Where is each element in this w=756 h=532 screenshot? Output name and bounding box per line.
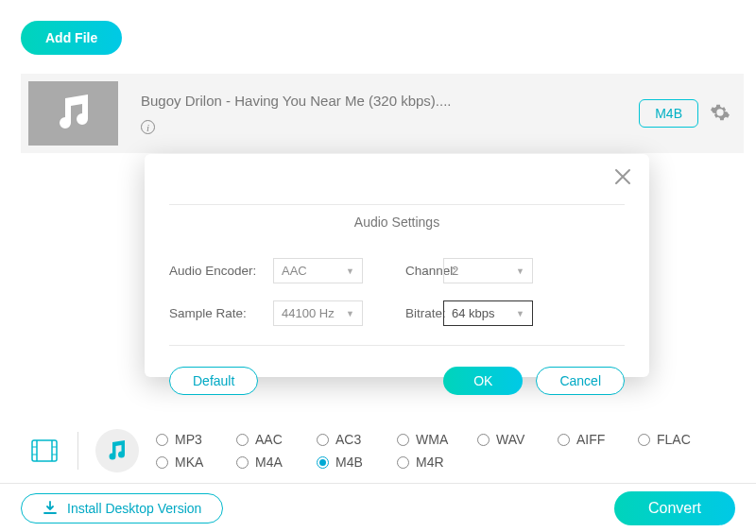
format-option-m4a[interactable]: M4A [236, 455, 317, 470]
format-label: MP3 [175, 432, 202, 447]
ok-button[interactable]: OK [443, 367, 523, 395]
audio-category-icon[interactable] [95, 429, 139, 472]
close-icon[interactable] [613, 167, 632, 189]
radio-icon [236, 434, 249, 446]
format-label: AC3 [335, 432, 361, 447]
channel-label: Channel: [405, 264, 432, 278]
format-label: MKA [175, 455, 203, 470]
install-desktop-button[interactable]: Install Desktop Version [21, 493, 223, 523]
format-option-flac[interactable]: FLAC [638, 432, 718, 447]
encoder-label: Audio Encoder: [169, 264, 273, 278]
info-icon[interactable]: i [141, 120, 155, 134]
encoder-dropdown[interactable]: AAC▼ [273, 258, 363, 283]
video-category-icon[interactable] [28, 435, 60, 467]
format-option-aiff[interactable]: AIFF [558, 432, 638, 447]
modal-title: Audio Settings [347, 215, 447, 230]
install-label: Install Desktop Version [67, 501, 201, 516]
format-label: M4B [335, 455, 363, 470]
file-info: Bugoy Drilon - Having You Near Me (320 k… [141, 93, 639, 134]
default-button[interactable]: Default [169, 367, 258, 395]
radio-icon [397, 456, 409, 469]
format-label: M4A [255, 455, 283, 470]
convert-button[interactable]: Convert [614, 491, 735, 525]
radio-icon [397, 434, 409, 446]
chevron-down-icon: ▼ [516, 309, 524, 318]
chevron-down-icon: ▼ [516, 266, 524, 276]
format-option-mka[interactable]: MKA [156, 455, 236, 470]
file-row: Bugoy Drilon - Having You Near Me (320 k… [21, 74, 744, 153]
file-title: Bugoy Drilon - Having You Near Me (320 k… [141, 93, 639, 109]
sample-rate-dropdown[interactable]: 44100 Hz▼ [273, 300, 363, 326]
radio-icon [317, 456, 329, 469]
music-note-icon [52, 94, 95, 132]
divider [77, 432, 78, 470]
format-selector: MP3AACAC3WMAWAVAIFFFLACMKAM4AM4BM4R [28, 428, 744, 473]
format-label: FLAC [657, 432, 691, 447]
file-thumbnail [28, 81, 118, 146]
format-label: WAV [496, 432, 524, 447]
format-label: AAC [255, 432, 283, 447]
format-option-mp3[interactable]: MP3 [156, 432, 236, 447]
format-option-ac3[interactable]: AC3 [317, 432, 397, 447]
download-icon [43, 501, 58, 516]
bottom-bar: Install Desktop Version Convert [0, 483, 756, 532]
radio-icon [156, 456, 168, 469]
format-badge[interactable]: M4B [639, 99, 698, 128]
bitrate-label: Bitrate: [405, 306, 432, 320]
svg-rect-0 [32, 440, 57, 461]
radio-icon [558, 434, 570, 446]
format-option-wma[interactable]: WMA [397, 432, 477, 447]
add-file-button[interactable]: Add File [21, 21, 122, 55]
gear-icon[interactable] [710, 102, 730, 126]
format-label: AIFF [576, 432, 605, 447]
format-label: M4R [416, 455, 444, 470]
bitrate-dropdown[interactable]: 64 kbps▼ [443, 300, 533, 326]
cancel-button[interactable]: Cancel [536, 367, 625, 395]
format-option-m4b[interactable]: M4B [317, 455, 397, 470]
radio-icon [638, 434, 650, 446]
radio-icon [236, 456, 249, 469]
chevron-down-icon: ▼ [346, 309, 354, 318]
audio-settings-modal: Audio Settings Audio Encoder: AAC▼ Chann… [145, 154, 649, 377]
sample-rate-label: Sample Rate: [169, 306, 273, 320]
radio-icon [156, 434, 168, 446]
format-option-aac[interactable]: AAC [236, 432, 317, 447]
chevron-down-icon: ▼ [346, 266, 354, 276]
radio-icon [477, 434, 490, 446]
radio-icon [317, 434, 329, 446]
format-label: WMA [416, 432, 448, 447]
format-option-m4r[interactable]: M4R [397, 455, 477, 470]
channel-dropdown[interactable]: 2▼ [443, 258, 533, 283]
format-option-wav[interactable]: WAV [477, 432, 558, 447]
